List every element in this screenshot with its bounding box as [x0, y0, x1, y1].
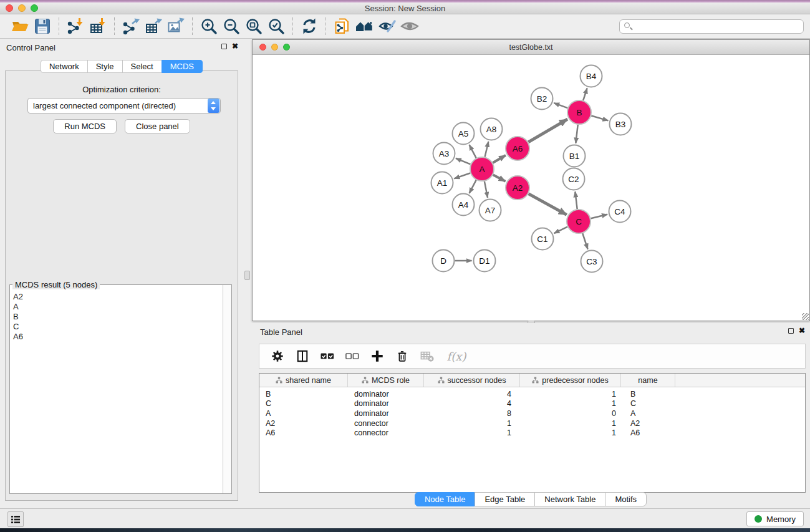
graph-node-A5[interactable]: A5 [453, 123, 475, 145]
save-session-button[interactable] [31, 16, 54, 37]
app-titlebar[interactable]: Session: New Session [0, 2, 810, 14]
export-table-button[interactable] [142, 16, 165, 37]
tab-style[interactable]: Style [87, 60, 123, 73]
column-header-mcds-role[interactable]: MCDS role [348, 374, 424, 387]
zoom-out-button[interactable] [220, 16, 243, 37]
table-row[interactable]: Adominator80A [259, 409, 805, 418]
select-all-columns-button[interactable] [319, 348, 335, 364]
close-panel-icon[interactable]: ✖ [232, 43, 238, 50]
zoom-window-button[interactable] [31, 4, 38, 12]
graph-node-A6[interactable]: A6 [506, 137, 529, 160]
tab-edge-table[interactable]: Edge Table [475, 492, 535, 506]
network-canvas-svg[interactable]: AA1A2A3A4A5A6A7A8BB1B2B3B4CC1C2C3C4DD1 [253, 56, 809, 321]
table-row[interactable]: Cdominator41C [259, 399, 805, 409]
graph-node-A2[interactable]: A2 [506, 176, 529, 200]
graph-edge-A-A4[interactable] [470, 180, 476, 193]
column-header-predecessor-nodes[interactable]: predecessor nodes [520, 374, 621, 387]
table-cell[interactable]: 1 [520, 399, 621, 408]
graph-node-D1[interactable]: D1 [474, 250, 496, 272]
table-cell[interactable]: connector [348, 419, 424, 428]
graph-edge-B-B2[interactable] [554, 103, 567, 108]
table-cell[interactable]: 1 [520, 390, 621, 399]
graph-edge-C-C1[interactable] [554, 227, 567, 233]
tab-network[interactable]: Network [41, 60, 88, 73]
graph-edge-A-A3[interactable] [456, 158, 471, 165]
graph-node-B3[interactable]: B3 [610, 114, 632, 135]
graph-node-C2[interactable]: C2 [563, 168, 585, 190]
graph-edge-C-C2[interactable] [575, 191, 577, 209]
column-header-successor-nodes[interactable]: successor nodes [424, 374, 520, 387]
export-image-button[interactable] [165, 16, 187, 37]
table-cell[interactable]: B [621, 390, 675, 399]
table-cell[interactable]: 1 [424, 419, 520, 428]
table-cell[interactable]: dominator [348, 390, 424, 399]
table-cell[interactable]: 0 [520, 409, 621, 418]
float-table-panel-icon[interactable] [788, 328, 794, 334]
graph-edge-B-B3[interactable] [591, 116, 608, 121]
node-table[interactable]: shared nameMCDS rolesuccessor nodesprede… [259, 373, 806, 493]
divider-grip[interactable] [244, 271, 250, 280]
graph-node-B1[interactable]: B1 [564, 145, 586, 167]
run-mcds-button[interactable]: Run MCDS [53, 119, 117, 133]
graph-node-C[interactable]: C [567, 210, 591, 233]
table-row[interactable]: A6connector11A6 [259, 428, 805, 438]
table-cell[interactable]: A2 [621, 419, 675, 428]
graph-node-A3[interactable]: A3 [433, 143, 455, 165]
show-details-button[interactable] [398, 16, 421, 37]
graph-node-D[interactable]: D [433, 250, 455, 272]
network-view-window[interactable]: testGlobe.txt [252, 39, 810, 321]
graph-node-C1[interactable]: C1 [532, 228, 554, 250]
window-resize-grip[interactable] [802, 313, 809, 320]
graph-node-B4[interactable]: B4 [581, 65, 602, 87]
clone-network-button[interactable] [331, 16, 354, 37]
delete-column-button[interactable] [394, 348, 410, 364]
table-cell[interactable]: A [621, 409, 675, 418]
graph-node-A7[interactable]: A7 [480, 200, 501, 221]
column-header-shared-name[interactable]: shared name [259, 374, 348, 387]
mcds-result-item[interactable]: A [13, 302, 223, 312]
graph-node-A1[interactable]: A1 [432, 172, 453, 194]
graph-edge-A-A7[interactable] [485, 181, 488, 198]
minimize-window-button[interactable] [18, 4, 26, 12]
graph-node-B2[interactable]: B2 [531, 88, 553, 110]
tab-select[interactable]: Select [122, 60, 162, 73]
hide-details-button[interactable] [376, 16, 398, 37]
table-cell[interactable]: C [259, 399, 348, 408]
zoom-selected-button[interactable] [265, 16, 287, 37]
mcds-result-list[interactable]: A2ABCA6 [10, 285, 223, 493]
search-input[interactable] [619, 19, 804, 34]
network-close-button[interactable] [259, 44, 266, 51]
table-cell[interactable]: 8 [424, 409, 520, 418]
create-column-button[interactable] [369, 348, 385, 364]
graph-node-A8[interactable]: A8 [481, 118, 503, 140]
graph-edge-A-A2[interactable] [493, 175, 506, 181]
table-cell[interactable]: C [621, 399, 675, 408]
table-row[interactable]: A2connector11A2 [259, 418, 805, 428]
graph-node-B[interactable]: B [567, 100, 591, 124]
criterion-dropdown[interactable]: largest connected component (directed) [27, 98, 221, 114]
zoom-fit-button[interactable] [243, 16, 265, 37]
table-cell[interactable]: 4 [424, 399, 520, 408]
graph-edge-C-C3[interactable] [582, 233, 587, 249]
deselect-all-columns-button[interactable] [344, 348, 360, 364]
close-window-button[interactable] [6, 4, 13, 12]
network-zoom-button[interactable] [283, 44, 290, 51]
memory-button[interactable]: Memory [746, 511, 804, 526]
table-row[interactable]: Bdominator41B [259, 389, 805, 399]
table-cell[interactable]: A6 [621, 428, 675, 437]
graph-edge-A-A1[interactable] [454, 173, 470, 179]
network-minimize-button[interactable] [271, 44, 278, 51]
panel-split-divider[interactable] [243, 39, 251, 508]
close-table-panel-icon[interactable]: ✖ [799, 327, 805, 334]
graph-edge-A-A8[interactable] [485, 142, 489, 157]
graph-edge-A2-C[interactable] [529, 194, 567, 215]
graph-edge-B-B1[interactable] [576, 125, 577, 143]
float-panel-icon[interactable] [221, 44, 227, 49]
graph-edge-C-C4[interactable] [591, 215, 607, 218]
table-cell[interactable]: 4 [424, 390, 520, 399]
table-settings-button[interactable] [269, 348, 286, 364]
function-builder-button[interactable]: f(x) [444, 348, 469, 364]
task-history-button[interactable] [7, 511, 24, 527]
tab-network-table[interactable]: Network Table [534, 492, 605, 506]
table-cell[interactable]: A2 [259, 419, 348, 428]
